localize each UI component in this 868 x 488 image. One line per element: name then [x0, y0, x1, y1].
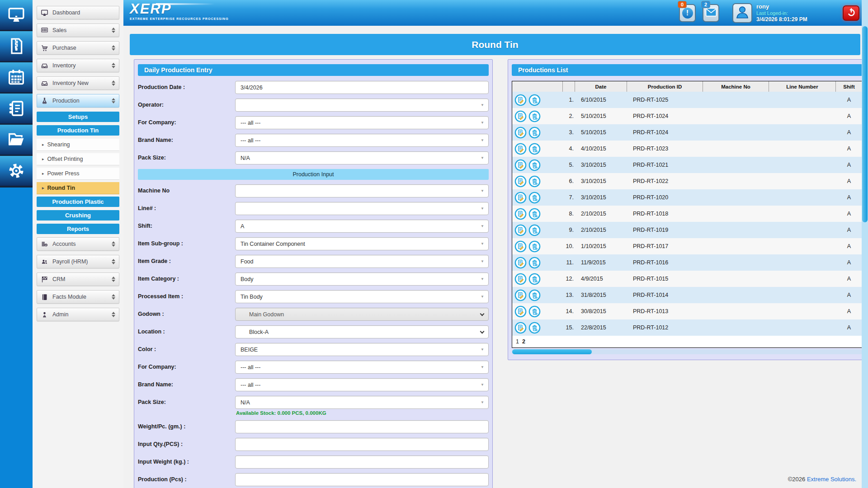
line-dropdown[interactable]: ▼ — [235, 202, 489, 215]
edit-icon[interactable] — [514, 175, 527, 188]
page-1[interactable]: 1 — [516, 338, 519, 345]
alerts-button[interactable]: 0 ! — [679, 4, 696, 22]
delete-icon[interactable] — [528, 289, 541, 301]
delete-icon[interactable] — [528, 110, 541, 122]
form-row-for-company: For Company:--- all ---▼ — [138, 361, 489, 374]
sidebar-item-accounts[interactable]: Accounts — [37, 237, 119, 251]
rail-tile-monitor-icon[interactable] — [0, 0, 33, 30]
row-number: 13. — [563, 287, 575, 303]
sidebar-item-payroll-hrm[interactable]: Payroll (HRM) — [37, 255, 119, 268]
machine-no-dropdown[interactable]: ▼ — [235, 184, 489, 197]
sidebar-item-setups[interactable]: Setups — [37, 112, 119, 122]
edit-icon[interactable] — [514, 257, 527, 269]
icon-rail — [0, 0, 33, 488]
sidebar-item-crm[interactable]: CRM — [37, 272, 119, 286]
sidebar-item-production-tin[interactable]: Production Tin — [37, 125, 119, 136]
row-actions — [512, 189, 563, 206]
rail-tile-zip-document-icon[interactable] — [0, 31, 33, 61]
delete-icon[interactable] — [528, 322, 541, 334]
sidebar-item-inventory-new[interactable]: Inventory New — [37, 76, 119, 90]
pack-size-dropdown[interactable]: N/A▼ — [235, 396, 489, 409]
edit-icon[interactable] — [514, 273, 527, 285]
edit-icon[interactable] — [514, 289, 527, 301]
production-pcs-input[interactable] — [235, 473, 489, 486]
edit-icon[interactable] — [514, 224, 527, 236]
input-weight-kg-input[interactable] — [235, 455, 489, 469]
edit-icon[interactable] — [514, 94, 527, 106]
brand-name-dropdown[interactable]: --- all ---▼ — [235, 378, 489, 391]
delete-icon[interactable] — [528, 192, 541, 204]
sidebar-item-admin[interactable]: Admin — [37, 308, 119, 321]
edit-icon[interactable] — [514, 208, 527, 220]
cell-date: 3/10/2015 — [575, 157, 627, 173]
item-grade-dropdown[interactable]: Food▼ — [235, 255, 489, 268]
user-avatar[interactable] — [732, 3, 752, 23]
sidebar-item-offset-printing[interactable]: ▸Offset Printing — [37, 153, 119, 165]
edit-icon[interactable] — [514, 159, 527, 171]
delete-icon[interactable] — [528, 175, 541, 188]
delete-icon[interactable] — [528, 208, 541, 220]
operator-dropdown[interactable]: ▼ — [235, 99, 489, 112]
delete-icon[interactable] — [528, 127, 541, 139]
delete-icon[interactable] — [528, 159, 541, 171]
sidebar-item-dashboard[interactable]: Dashboard — [37, 6, 119, 19]
cell-shift: A — [836, 157, 862, 173]
sidebar-item-sales[interactable]: Sales — [37, 23, 119, 37]
for-company-dropdown[interactable]: --- all ---▼ — [235, 116, 489, 129]
sidebar-item-power-press[interactable]: ▸Power Press — [37, 168, 119, 180]
logout-button[interactable] — [843, 5, 859, 21]
cell-line-number — [769, 271, 836, 287]
for-company-dropdown[interactable]: --- all ---▼ — [235, 361, 489, 374]
color-dropdown[interactable]: BEIGE▼ — [235, 343, 489, 356]
rail-tile-gear-icon[interactable] — [0, 156, 33, 186]
rail-tile-folder-icon[interactable] — [0, 125, 33, 155]
sidebar-item-facts-module[interactable]: Facts Module — [37, 290, 119, 304]
cell-production-id: PRD-RT-1014 — [627, 287, 703, 303]
edit-icon[interactable] — [514, 192, 527, 204]
delete-icon[interactable] — [528, 94, 541, 106]
field-value: --- all --- — [241, 382, 260, 388]
sidebar-item-reports[interactable]: Reports — [37, 224, 119, 234]
edit-icon[interactable] — [514, 127, 527, 139]
extreme-solutions-link[interactable]: Extreme Solutions. — [807, 476, 856, 483]
edit-icon[interactable] — [514, 143, 527, 155]
item-category-dropdown[interactable]: Body▼ — [235, 272, 489, 286]
edit-icon[interactable] — [514, 240, 527, 253]
item-sub-group-dropdown[interactable]: Tin Container Component▼ — [235, 237, 489, 250]
vertical-scrollbar[interactable] — [862, 0, 868, 488]
delete-icon[interactable] — [528, 305, 541, 318]
brand-name-dropdown[interactable]: --- all ---▼ — [235, 134, 489, 147]
shift-dropdown[interactable]: A▼ — [235, 220, 489, 233]
rail-tile-notebook-icon[interactable] — [0, 94, 33, 123]
app-logo[interactable]: XERP EXTREME ENTERPRISE RECOURCES PROCES… — [130, 1, 229, 20]
edit-icon[interactable] — [514, 110, 527, 122]
horizontal-scrollbar-thumb[interactable] — [512, 349, 592, 354]
delete-icon[interactable] — [528, 240, 541, 253]
weight-pc-gm-input[interactable] — [235, 420, 489, 433]
sidebar-item-shearing[interactable]: ▸Shearing — [37, 139, 119, 151]
sidebar-item-round-tin[interactable]: ▸Round Tin — [37, 182, 119, 194]
rail-tile-calendar-icon[interactable] — [0, 62, 33, 92]
delete-icon[interactable] — [528, 257, 541, 269]
sidebar-item-inventory[interactable]: Inventory — [37, 59, 119, 72]
pack-size-dropdown[interactable]: N/A▼ — [235, 151, 489, 164]
sidebar-item-crushing[interactable]: Crushing — [37, 210, 119, 221]
delete-icon[interactable] — [528, 224, 541, 236]
horizontal-scrollbar[interactable] — [512, 349, 863, 354]
sidebar-item-production-plastic[interactable]: Production Plastic — [37, 197, 119, 207]
edit-icon[interactable] — [514, 322, 527, 334]
processed-item-dropdown[interactable]: Tin Body▼ — [235, 290, 489, 303]
godown-dropdown[interactable]: Main Godown — [235, 308, 489, 321]
edit-icon[interactable] — [514, 305, 527, 318]
production-date-input[interactable]: 3/4/2026 — [235, 81, 489, 94]
vertical-scrollbar-thumb[interactable] — [862, 26, 868, 222]
page-2[interactable]: 2 — [522, 338, 525, 345]
cell-date: 4/10/2015 — [575, 141, 627, 157]
input-qty-pcs-input[interactable] — [235, 438, 489, 451]
sidebar-item-production[interactable]: Production — [37, 94, 119, 108]
delete-icon[interactable] — [528, 273, 541, 285]
location-dropdown[interactable]: Block-A — [235, 325, 489, 338]
messages-button[interactable]: 2 — [703, 4, 719, 22]
delete-icon[interactable] — [528, 143, 541, 155]
sidebar-item-purchase[interactable]: Purchase — [37, 41, 119, 55]
